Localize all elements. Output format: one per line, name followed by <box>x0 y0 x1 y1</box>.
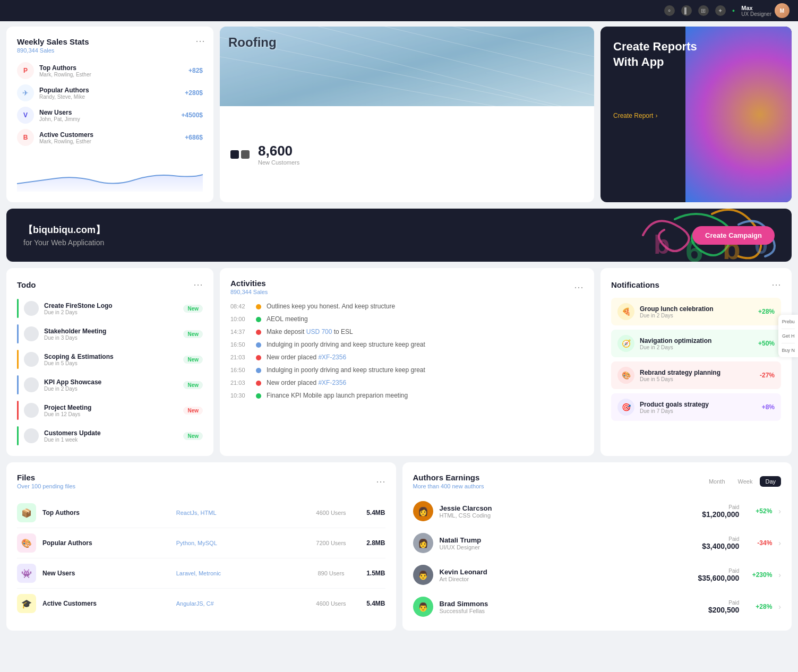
top-authors-name: Top Authors <box>39 64 183 72</box>
activities-menu[interactable]: ⋯ <box>574 281 584 293</box>
top-authors-value: +82$ <box>188 67 203 74</box>
avatar[interactable]: M <box>775 3 790 18</box>
chart-area <box>17 154 203 192</box>
panel-item-geth[interactable]: Get H <box>782 333 795 339</box>
new-users-sub: John, Pat, Jimmy <box>39 116 176 122</box>
todo-item: Stakeholder Meeting Due in 3 Days New <box>17 324 203 343</box>
roofing-image: Roofing <box>220 27 594 106</box>
stat-new-users: V New Users John, Pat, Jimmy +4500$ <box>17 107 203 124</box>
todo-menu[interactable]: ⋯ <box>193 279 203 290</box>
notif-icon: 🍕 <box>617 303 634 320</box>
tab-week[interactable]: Week <box>733 476 758 487</box>
author-item: 👨 Kevin Leonard Art Director Paid $35,60… <box>413 562 782 588</box>
author-arrow[interactable]: › <box>778 507 781 515</box>
todo-badge: New <box>183 305 203 313</box>
tab-day[interactable]: Day <box>760 476 781 487</box>
topnav: ⚬ ▌ ⊞ ✦ ● Max UX Designer M <box>0 0 798 21</box>
activity-item: 16:50 Indulging in poorly driving and ke… <box>230 366 584 374</box>
todo-avatar <box>24 301 39 316</box>
todo-item: KPI App Showcase Due in 2 Days New <box>17 375 203 394</box>
create-report-link[interactable]: Create Report › <box>613 112 657 119</box>
deposit-link[interactable]: USD 700 <box>306 328 332 335</box>
files-menu[interactable]: ⋯ <box>376 476 385 487</box>
reports-title: Create ReportsWith App <box>613 39 779 70</box>
notification-item: 🧭 Navigation optimization Due in 2 Days … <box>611 330 781 357</box>
signal-icon[interactable]: ▌ <box>681 5 692 16</box>
user-role: UX Designer <box>741 11 771 17</box>
author-avatar: 👨 <box>413 597 433 617</box>
activity-item: 10:00 AEOL meeting <box>230 315 584 323</box>
new-users-name: New Users <box>39 109 176 116</box>
active-customers-value: +686$ <box>185 134 203 141</box>
notif-value: +28% <box>758 308 775 315</box>
activities-subtitle: 890,344 Sales <box>230 289 268 295</box>
brightness-icon[interactable]: ✦ <box>715 5 726 16</box>
authors-earnings-title: Authors Earnings <box>413 473 484 482</box>
notifications-card: Notifications ⋯ 🍕 Group lunch celebratio… <box>600 268 792 456</box>
panel-item-prebu[interactable]: Prebu <box>782 319 795 324</box>
author-arrow[interactable]: › <box>778 602 781 611</box>
author-item: 👨 Brad Simmons Successful Fellas Paid $2… <box>413 593 782 620</box>
notification-item: 🍕 Group lunch celebration Due in 2 Days … <box>611 298 781 325</box>
stats-list: P Top Authors Mark, Rowling, Esther +82$… <box>17 62 203 146</box>
authors-list: 👩 Jessie Clarcson HTML, CSS Coding Paid … <box>413 498 782 620</box>
file-row: 🎨 Popular Authors Python, MySQL 7200 Use… <box>17 528 385 558</box>
create-campaign-button[interactable]: Create Campaign <box>692 226 775 245</box>
notif-icon: 🎯 <box>617 399 634 416</box>
todo-avatar <box>24 428 39 443</box>
todo-list: Create FireStone Logo Due in 2 Days New … <box>17 299 203 445</box>
notification-item: 🎯 Product goals strategy Due in 7 Days +… <box>611 393 781 421</box>
todo-badge: New <box>183 432 203 440</box>
main-content: Weekly Sales Stats 890,344 Sales ⋯ P Top… <box>0 21 798 672</box>
file-icon: 👾 <box>17 564 36 583</box>
campaign-subtitle: for Your Web Application <box>23 238 105 247</box>
active-customers-icon: B <box>17 129 34 146</box>
activity-list: 08:42 Outlines keep you honest. And keep… <box>230 303 584 399</box>
file-row: 📦 Top Authors ReactJs, HTML 4600 Users 5… <box>17 498 385 528</box>
todo-card: Todo ⋯ Create FireStone Logo Due in 2 Da… <box>6 268 213 456</box>
campaign-banner: 【biqubiqu.com】 for Your Web Application … <box>6 209 792 262</box>
author-avatar: 👩 <box>413 533 433 553</box>
file-row: 🎓 Active Customers AngularJS, C# 4600 Us… <box>17 589 385 618</box>
activity-item: 14:37 Make deposit USD 700 to ESL <box>230 328 584 335</box>
period-tabs: Month Week Day <box>703 476 781 487</box>
todo-avatar <box>24 403 39 418</box>
author-change: -34% <box>745 539 772 547</box>
svg-text:b: b <box>654 230 670 260</box>
order-link[interactable]: #XF-2356 <box>318 354 346 361</box>
activities-title: Activities <box>230 279 268 288</box>
stat-popular-authors: ✈ Popular Authors Randy, Steve, Mike +28… <box>17 84 203 101</box>
author-arrow[interactable]: › <box>778 571 781 579</box>
popular-authors-name: Popular Authors <box>39 87 179 94</box>
stat-top-authors: P Top Authors Mark, Rowling, Esther +82$ <box>17 62 203 79</box>
todo-avatar <box>24 352 39 367</box>
grid-icon[interactable]: ⊞ <box>698 5 709 16</box>
files-card: Files Over 100 pending files ⋯ 📦 Top Aut… <box>6 462 396 631</box>
nc-icons <box>230 150 250 159</box>
file-icon: 📦 <box>17 503 36 522</box>
files-title: Files <box>17 473 75 482</box>
todo-avatar <box>24 326 39 341</box>
search-icon[interactable]: ⚬ <box>664 5 675 16</box>
notif-value: -27% <box>760 372 775 379</box>
popular-authors-icon: ✈ <box>17 84 34 101</box>
author-avatar: 👨 <box>413 565 433 585</box>
author-arrow[interactable]: › <box>778 539 781 547</box>
new-users-value: +4500$ <box>182 111 203 119</box>
todo-badge: New <box>183 381 203 389</box>
user-name: Max <box>741 5 771 11</box>
notif-value: +50% <box>758 340 775 347</box>
popular-authors-sub: Randy, Steve, Mike <box>39 94 179 100</box>
activity-item: 21:03 New order placed #XF-2356 <box>230 379 584 386</box>
tab-month[interactable]: Month <box>703 476 731 487</box>
notifications-menu[interactable]: ⋯ <box>771 279 781 290</box>
content-area: Weekly Sales Stats 890,344 Sales ⋯ P Top… <box>6 27 792 667</box>
panel-item-buyn[interactable]: Buy N <box>782 348 795 353</box>
todo-title: Todo <box>17 280 36 289</box>
author-change: +28% <box>745 603 772 610</box>
order-link-2[interactable]: #XF-2356 <box>318 379 346 386</box>
weekly-sales-menu[interactable]: ⋯ <box>195 35 205 47</box>
weekly-sales-subtitle: 890,344 Sales <box>17 47 203 54</box>
activity-item: 21:03 New order placed #XF-2356 <box>230 354 584 361</box>
todo-item: Create FireStone Logo Due in 2 Days New <box>17 299 203 318</box>
